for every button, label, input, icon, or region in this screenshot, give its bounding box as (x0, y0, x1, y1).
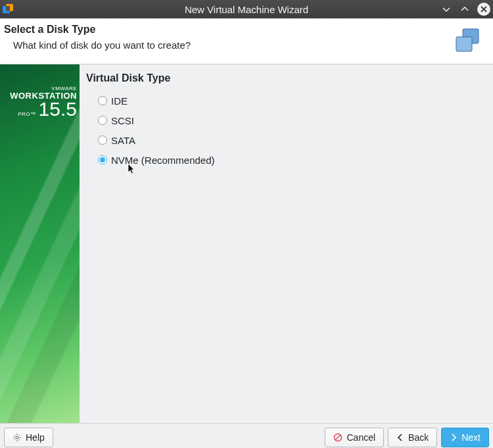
svg-point-5 (16, 436, 18, 439)
disk-header-icon (454, 28, 481, 56)
group-title: Virtual Disk Type (86, 72, 486, 84)
brand-version: 15.5 (39, 100, 77, 118)
brand-pro: PRO™ (18, 111, 35, 117)
next-button[interactable]: Next (441, 428, 489, 447)
wizard-header: Select a Disk Type What kind of disk do … (0, 18, 493, 64)
next-label: Next (461, 432, 481, 443)
cancel-label: Cancel (346, 432, 375, 443)
window-controls (440, 3, 490, 16)
radio-input[interactable] (98, 155, 107, 164)
sidebar-branding: VMWARE WORKSTATION PRO™ 15.5 (0, 64, 80, 423)
wizard-content: Virtual Disk Type IDE SCSI SATA NVMe (Re… (80, 64, 493, 423)
radio-option-ide[interactable]: IDE (98, 91, 486, 111)
radio-option-nvme[interactable]: NVMe (Recommended) (98, 150, 486, 170)
radio-option-sata[interactable]: SATA (98, 130, 486, 150)
cancel-button[interactable]: Cancel (325, 428, 384, 447)
radio-input[interactable] (98, 136, 107, 145)
help-label: Help (26, 432, 45, 443)
minimize-icon[interactable] (440, 3, 452, 15)
page-title: Select a Disk Type (4, 24, 454, 36)
back-label: Back (408, 432, 429, 443)
wizard-body: VMWARE WORKSTATION PRO™ 15.5 Virtual Dis… (0, 64, 493, 423)
window-title: New Virtual Machine Wizard (0, 4, 493, 15)
disk-type-radio-group: IDE SCSI SATA NVMe (Recommended) (86, 91, 486, 170)
radio-label: SATA (111, 135, 135, 146)
titlebar: New Virtual Machine Wizard (0, 0, 493, 18)
help-button[interactable]: Help (4, 428, 53, 447)
wizard-footer: Help Cancel Back Next (0, 423, 493, 448)
radio-input[interactable] (98, 116, 107, 125)
radio-label: SCSI (111, 115, 134, 126)
close-icon[interactable] (477, 3, 490, 16)
chevron-left-icon (396, 434, 404, 441)
radio-input[interactable] (98, 96, 107, 105)
back-button[interactable]: Back (388, 428, 437, 447)
radio-label: IDE (111, 95, 128, 107)
help-icon (12, 433, 22, 442)
svg-rect-4 (456, 37, 472, 51)
radio-option-scsi[interactable]: SCSI (98, 111, 486, 130)
svg-rect-2 (6, 6, 10, 11)
radio-label: NVMe (Recommended) (111, 155, 215, 166)
maximize-icon[interactable] (459, 3, 471, 15)
app-icon (1, 3, 14, 16)
chevron-right-icon (450, 434, 458, 441)
page-subtitle: What kind of disk do you want to create? (4, 39, 454, 51)
cancel-icon (333, 433, 342, 442)
